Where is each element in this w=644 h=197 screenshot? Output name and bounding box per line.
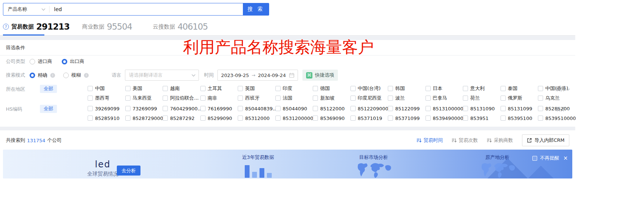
checkbox-icon[interactable] [238, 116, 243, 121]
region-all-chip[interactable]: 全部 [40, 85, 57, 93]
region-checkbox-item[interactable]: 日本 [426, 84, 463, 93]
search-category-select[interactable]: 产品名称 [3, 3, 49, 15]
dismiss-control[interactable]: 不再提醒 × [532, 155, 568, 161]
checkbox-icon[interactable] [275, 116, 281, 121]
date-range-picker[interactable]: 2023-09-25 → 2024-09-24 [217, 70, 298, 81]
region-expand-link[interactable]: 展开 [556, 86, 569, 93]
hscode-checkbox-item[interactable]: 850440839... [238, 104, 275, 113]
hscode-checkbox-item[interactable]: 85285910 [88, 113, 125, 123]
checkbox-icon[interactable] [426, 86, 431, 91]
checkbox-icon[interactable] [313, 96, 318, 101]
checkbox-icon[interactable] [88, 116, 93, 121]
checkbox-icon[interactable] [350, 96, 356, 101]
start-date[interactable]: 2023-09-25 [221, 73, 249, 78]
region-checkbox-item[interactable]: 英国 [238, 84, 275, 93]
hscode-expand-link[interactable]: 展开 [556, 106, 569, 113]
checkbox-icon[interactable] [463, 106, 468, 111]
region-checkbox-item[interactable]: 阿拉伯联合... [163, 93, 200, 103]
hscode-checkbox-item[interactable]: 85131099 [501, 104, 538, 113]
end-date[interactable]: 2024-09-24 [258, 73, 286, 78]
analysis-banner[interactable]: led 全球贸易情况 去分析 近3年贸易数据 目标市场分析 原产地分析 [3, 150, 572, 178]
region-checkbox-item[interactable]: 中国(台湾) [350, 84, 388, 93]
tab-business-data[interactable]: 商业数据 95504 [82, 22, 132, 35]
checkbox-icon[interactable] [200, 116, 206, 121]
checkbox-icon[interactable] [125, 86, 131, 91]
hscode-checkbox-item[interactable]: 85287292 [163, 113, 200, 123]
checkbox-icon[interactable] [426, 116, 431, 121]
info-icon[interactable]: i [50, 73, 55, 78]
language-select[interactable]: 请选择翻译语言 [125, 70, 199, 81]
hscode-checkbox-item[interactable]: 85395100 [501, 113, 538, 123]
checkbox-icon[interactable] [238, 96, 243, 101]
region-checkbox-item[interactable]: 西班牙 [238, 93, 275, 103]
hscode-all-chip[interactable]: 全部 [40, 105, 57, 113]
radio-icon[interactable] [63, 73, 69, 78]
region-checkbox-item[interactable]: 墨西哥 [88, 93, 125, 103]
hscode-checkbox-item[interactable]: 85122099 [388, 104, 426, 113]
checkbox-icon[interactable] [238, 106, 243, 111]
checkbox-icon[interactable] [388, 86, 393, 91]
region-checkbox-item[interactable]: 巴拿马 [426, 93, 463, 103]
region-checkbox-item[interactable]: 德国 [313, 84, 350, 93]
hscode-checkbox-item[interactable]: 85131090 [463, 104, 501, 113]
region-checkbox-item[interactable]: 美国 [125, 84, 163, 93]
hscode-checkbox-item[interactable]: 8539510000 [538, 113, 576, 123]
region-checkbox-item[interactable]: 中国 [88, 84, 125, 93]
hscode-checkbox-item[interactable]: 85287290000 [125, 113, 163, 123]
hscode-checkbox-item[interactable]: 85371099 [388, 113, 426, 123]
checkbox-icon[interactable] [163, 86, 168, 91]
hscode-checkbox-item[interactable]: 85312000 [238, 113, 275, 123]
checkbox-icon[interactable] [200, 96, 206, 101]
checkbox-icon[interactable] [350, 116, 356, 121]
checkbox-icon[interactable] [275, 96, 281, 101]
region-checkbox-item[interactable]: 俄罗斯 [501, 93, 538, 103]
radio-icon[interactable] [30, 59, 35, 64]
dismiss-checkbox[interactable] [532, 156, 537, 161]
hscode-checkbox-item[interactable]: 8539490000 [426, 113, 463, 123]
region-checkbox-item[interactable]: 南非 [200, 93, 238, 103]
hscode-checkbox-item[interactable]: 73269099 [125, 104, 163, 113]
sort-button[interactable]: 采购商数 [487, 137, 513, 144]
checkbox-icon[interactable] [388, 96, 393, 101]
hscode-checkbox-item[interactable]: 85371019 [350, 113, 388, 123]
radio-icon[interactable] [30, 73, 35, 78]
checkbox-icon[interactable] [125, 116, 131, 121]
tab-cloud-search-data[interactable]: 云搜数据 406105 [153, 22, 208, 35]
region-checkbox-item[interactable]: 泰国 [501, 84, 538, 93]
checkbox-icon[interactable] [538, 116, 543, 121]
hscode-checkbox-item[interactable]: 85369090 [313, 113, 350, 123]
checkbox-icon[interactable] [313, 106, 318, 111]
checkbox-icon[interactable] [88, 86, 93, 91]
hscode-checkbox-item[interactable]: 76169990 [200, 104, 238, 113]
checkbox-icon[interactable] [275, 86, 281, 91]
checkbox-icon[interactable] [538, 96, 543, 101]
region-checkbox-item[interactable]: 土耳其 [200, 84, 238, 93]
hscode-checkbox-item[interactable]: 760429900... [163, 104, 200, 113]
checkbox-icon[interactable] [501, 106, 506, 111]
checkbox-icon[interactable] [350, 86, 356, 91]
hscode-checkbox-item[interactable]: 85044090 [275, 104, 313, 113]
region-checkbox-item[interactable]: 法国 [275, 93, 313, 103]
region-checkbox-item[interactable]: 印度尼西亚 [350, 93, 388, 103]
sort-button[interactable]: 贸易次数 [452, 137, 478, 144]
info-icon[interactable]: i [84, 73, 89, 78]
checkbox-icon[interactable] [275, 106, 281, 111]
results-count[interactable]: 131754 [27, 138, 45, 143]
checkbox-icon[interactable] [426, 96, 431, 101]
checkbox-icon[interactable] [200, 106, 206, 111]
checkbox-icon[interactable] [463, 96, 468, 101]
checkbox-icon[interactable] [350, 106, 356, 111]
checkbox-icon[interactable] [125, 106, 131, 111]
hscode-checkbox-item[interactable]: 85299090 [200, 113, 238, 123]
checkbox-icon[interactable] [538, 106, 543, 111]
search-button[interactable]: 搜 索 [243, 3, 269, 15]
region-checkbox-item[interactable]: 印度 [275, 84, 313, 93]
region-checkbox-item[interactable]: 新加坡 [313, 93, 350, 103]
analyze-button[interactable]: 去分析 [117, 166, 140, 176]
region-checkbox-item[interactable]: 乌克兰 [538, 93, 576, 103]
sort-button[interactable]: 贸易时间 [417, 137, 443, 144]
checkbox-icon[interactable] [163, 116, 168, 121]
checkbox-icon[interactable] [88, 96, 93, 101]
region-checkbox-item[interactable]: 波兰 [388, 93, 426, 103]
radio-icon[interactable] [62, 59, 67, 64]
